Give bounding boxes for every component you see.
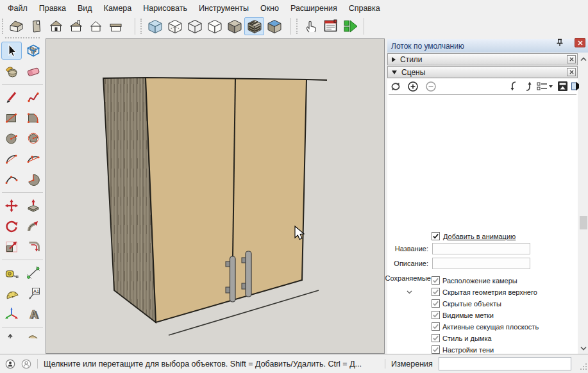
saved-properties-expander[interactable] bbox=[407, 287, 412, 296]
xray-style-button[interactable] bbox=[145, 17, 165, 35]
prop-hidden-objects-checkbox[interactable] bbox=[432, 299, 440, 308]
scenes-close-button[interactable] bbox=[567, 68, 576, 76]
toolbar-grip[interactable] bbox=[296, 19, 299, 34]
check-icon bbox=[432, 277, 439, 284]
iso-view-button[interactable] bbox=[6, 17, 26, 35]
drawing-viewport[interactable] bbox=[46, 38, 385, 354]
scale-tool-button[interactable] bbox=[1, 238, 22, 256]
rectangle-tool-button[interactable] bbox=[1, 109, 22, 127]
move-scene-down-button[interactable] bbox=[507, 80, 521, 92]
tape-measure-tool-button[interactable] bbox=[1, 264, 22, 282]
left-view-button[interactable] bbox=[106, 17, 126, 35]
add-to-animation-checkbox[interactable] bbox=[432, 232, 440, 240]
prop-hidden-geometry-checkbox[interactable] bbox=[432, 288, 440, 296]
palette-grip[interactable] bbox=[5, 37, 40, 40]
menu-edit[interactable]: Правка bbox=[33, 1, 72, 16]
freehand-tool-button[interactable] bbox=[23, 88, 44, 106]
text-tool-button[interactable]: A1 bbox=[23, 285, 44, 303]
panel-scrollbar[interactable] bbox=[579, 53, 588, 354]
update-scene-button[interactable] bbox=[389, 80, 403, 92]
line-tool-button[interactable] bbox=[1, 88, 22, 106]
top-view-button[interactable] bbox=[26, 17, 46, 35]
scroll-up-icon[interactable] bbox=[580, 56, 587, 62]
shaded-style-button[interactable] bbox=[224, 17, 244, 35]
scroll-thumb[interactable] bbox=[580, 216, 587, 229]
3d-text-tool-button[interactable]: AA bbox=[23, 305, 44, 323]
rotate-tool-button[interactable] bbox=[1, 217, 22, 235]
arc-tool-button[interactable] bbox=[1, 150, 22, 168]
pin-button[interactable] bbox=[555, 38, 565, 47]
add-scene-button[interactable] bbox=[406, 80, 420, 92]
right-view-button[interactable] bbox=[66, 17, 86, 35]
move-scene-up-button[interactable] bbox=[521, 80, 535, 92]
back-view-button[interactable] bbox=[86, 17, 106, 35]
check-icon bbox=[432, 323, 439, 330]
eraser-tool-button[interactable] bbox=[23, 62, 44, 80]
name-field[interactable] bbox=[432, 243, 530, 254]
menu-window[interactable]: Окно bbox=[255, 1, 285, 16]
pie-tool-button[interactable] bbox=[23, 170, 44, 188]
styles-section-header[interactable]: Стили bbox=[387, 53, 578, 65]
menu-extensions[interactable]: Расширения bbox=[285, 1, 343, 16]
menu-help[interactable]: Справка bbox=[343, 1, 386, 16]
monochrome-style-button[interactable] bbox=[264, 17, 284, 35]
interact-icon bbox=[303, 18, 319, 35]
menu-view[interactable]: Вид bbox=[72, 1, 98, 16]
protractor-tool-button[interactable] bbox=[1, 285, 22, 303]
prop-camera-location-checkbox[interactable] bbox=[432, 276, 440, 285]
geolocation-button[interactable] bbox=[5, 359, 15, 369]
measurements-label: Измерения bbox=[391, 360, 433, 369]
back-edges-style-button[interactable] bbox=[165, 17, 185, 35]
wireframe-style-button[interactable] bbox=[185, 17, 205, 35]
three-point-arc-tool-button[interactable] bbox=[1, 170, 22, 188]
circle-tool-button[interactable] bbox=[1, 129, 22, 147]
front-view-button[interactable] bbox=[46, 17, 66, 35]
menu-file[interactable]: Файл bbox=[2, 1, 33, 16]
prop-shadow-settings-checkbox[interactable] bbox=[432, 345, 440, 354]
move-tool-button[interactable] bbox=[1, 197, 22, 215]
view-options-button[interactable] bbox=[536, 80, 554, 92]
toolbar-grip[interactable] bbox=[2, 19, 5, 34]
measurements-input[interactable] bbox=[439, 357, 571, 370]
show-details-button[interactable] bbox=[555, 80, 569, 92]
component-options-button[interactable] bbox=[321, 17, 340, 35]
rectangle-tool-icon bbox=[4, 110, 19, 126]
hidden-line-style-button[interactable] bbox=[205, 17, 224, 35]
update-scene-icon bbox=[390, 81, 401, 92]
rotated-rectangle-tool-button[interactable] bbox=[23, 109, 44, 127]
orbit-tool-button[interactable] bbox=[1, 331, 22, 339]
remove-scene-icon bbox=[425, 81, 437, 92]
menu-bar: Файл Правка Вид Камера Нарисовать Инстру… bbox=[0, 0, 588, 16]
prop-section-planes-checkbox[interactable] bbox=[432, 322, 440, 331]
prop-style-fog-checkbox[interactable] bbox=[432, 334, 440, 342]
toolbar-grip[interactable] bbox=[140, 19, 144, 34]
interact-button[interactable] bbox=[301, 17, 321, 35]
component-attributes-button[interactable] bbox=[340, 17, 360, 35]
two-point-arc-tool-button[interactable] bbox=[23, 150, 44, 168]
styles-close-button[interactable] bbox=[567, 55, 576, 63]
polygon-tool-button[interactable] bbox=[23, 129, 44, 147]
axes-tool-button[interactable] bbox=[1, 305, 22, 323]
description-field[interactable] bbox=[432, 258, 530, 269]
make-component-button[interactable] bbox=[23, 42, 44, 60]
remove-scene-button[interactable] bbox=[424, 80, 438, 92]
menu-draw[interactable]: Нарисовать bbox=[137, 1, 193, 16]
follow-me-tool-button[interactable] bbox=[23, 217, 44, 235]
paint-bucket-tool-button[interactable] bbox=[1, 62, 22, 80]
scroll-down-icon[interactable] bbox=[580, 345, 587, 351]
scenes-section-label: Сцены bbox=[401, 68, 425, 77]
dimension-tool-button[interactable] bbox=[23, 264, 44, 282]
close-tray-button[interactable] bbox=[575, 38, 585, 47]
credits-button[interactable] bbox=[21, 359, 31, 369]
push-pull-tool-button[interactable] bbox=[23, 197, 44, 215]
menu-tools[interactable]: Инструменты bbox=[193, 1, 255, 16]
scenes-toolbar bbox=[387, 79, 578, 93]
select-tool-button[interactable] bbox=[1, 42, 22, 60]
menu-camera[interactable]: Камера bbox=[98, 1, 138, 16]
prop-visible-tags-checkbox[interactable] bbox=[432, 311, 440, 319]
scenes-section-header[interactable]: Сцены bbox=[387, 66, 578, 78]
shaded-textures-style-button[interactable] bbox=[244, 17, 264, 35]
resize-grip[interactable] bbox=[580, 363, 587, 372]
offset-tool-button[interactable] bbox=[23, 238, 44, 256]
pan-tool-button[interactable] bbox=[23, 331, 44, 339]
